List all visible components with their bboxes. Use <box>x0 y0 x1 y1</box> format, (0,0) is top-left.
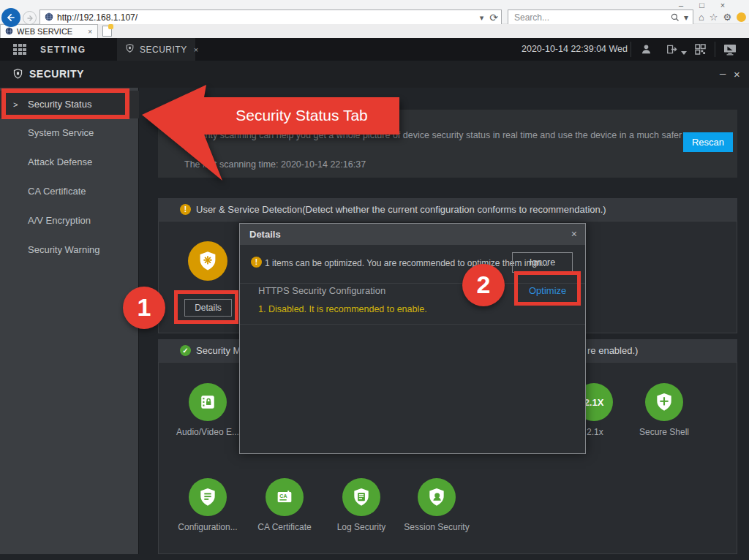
window-maximize-button[interactable]: □ <box>699 1 704 10</box>
divider <box>715 42 715 57</box>
browser-settings-gear-icon[interactable]: ⚙ <box>723 12 732 23</box>
audio-video-encryption-icon <box>189 383 227 421</box>
site-globe-icon <box>45 12 53 23</box>
datetime-display: 2020-10-14 22:39:04 Wed <box>522 44 628 54</box>
home-icon[interactable]: ⌂ <box>699 12 704 23</box>
window-controls: – □ × <box>679 1 725 10</box>
scan-description-line2: way. <box>184 143 203 153</box>
rescan-button[interactable]: Rescan <box>683 132 733 152</box>
user-service-section-header: ! User & Service Detection(Detect whethe… <box>158 198 737 221</box>
module-8021x-icon-text: 2.1X <box>584 397 604 408</box>
session-security-icon <box>418 478 456 516</box>
module-label: Log Security <box>317 522 405 532</box>
security-tab[interactable]: SECURITY × <box>117 38 195 61</box>
security-tab-close-icon[interactable]: × <box>194 45 199 54</box>
configuration-security-icon <box>189 478 227 516</box>
panel-title: SECURITY <box>29 68 84 80</box>
details-dialog: Details × ! 1 items can be optimized. Yo… <box>239 223 586 454</box>
panel-close-icon[interactable]: × <box>734 68 740 80</box>
scan-summary-section: Security scanning can help you get a who… <box>158 110 737 178</box>
svg-text:CA: CA <box>279 493 287 499</box>
user-account-icon[interactable] <box>639 43 652 56</box>
module-audio-video-encryption: Audio/Video E... <box>164 383 252 437</box>
security-tab-label: SECURITY <box>140 45 187 55</box>
browser-tab-bar: WEB SERVICE × <box>0 24 749 38</box>
search-caret-icon[interactable]: ▾ <box>684 12 688 23</box>
scan-description-line1: Security scanning can help you get a who… <box>184 130 682 140</box>
search-box[interactable]: Search... ▾ <box>508 10 693 26</box>
last-scan-time: The last scanning time: 2020-10-14 22:16… <box>184 159 366 170</box>
annotation-box-details-button <box>174 290 238 324</box>
feedback-smiley-icon[interactable] <box>737 12 746 22</box>
https-config-title: HTTPS Security Configuration <box>258 285 385 296</box>
back-arrow-icon <box>5 12 17 23</box>
main-menu-grid-icon[interactable] <box>13 44 27 55</box>
search-placeholder: Search... <box>514 12 549 23</box>
warning-icon: ! <box>251 257 262 268</box>
url-text: http://192.168.1.107/ <box>57 12 138 23</box>
refresh-icon[interactable]: ⟳ <box>489 12 498 23</box>
module-label: Session Security <box>393 522 481 532</box>
sidebar-item-ca-certificate[interactable]: CA Certificate <box>0 178 139 205</box>
sidebar-item-system-service[interactable]: System Service <box>0 119 139 147</box>
annotation-box-security-status <box>1 88 129 119</box>
divider <box>631 42 631 57</box>
window-minimize-button[interactable]: – <box>679 1 683 10</box>
browser-window: http://192.168.1.107/ ▾ ⟳ Search... ▾ – … <box>0 0 749 560</box>
modules-header-right-fragment: re enabled.) <box>587 345 638 356</box>
shield-icon <box>125 43 135 56</box>
security-sidebar: > Security Status System Service Attack … <box>0 88 139 554</box>
ignore-button[interactable]: Ignore <box>512 252 573 273</box>
module-label: Configuration... <box>164 522 252 532</box>
configuration-status-icon <box>188 241 227 281</box>
security-shield-icon <box>12 68 23 83</box>
browser-toolbar: http://192.168.1.107/ ▾ ⟳ Search... ▾ – … <box>0 0 749 24</box>
module-secure-shell: Secure Shell <box>620 383 708 437</box>
module-8021x-label: 2.1x <box>587 427 603 437</box>
search-icon[interactable] <box>671 13 680 22</box>
annotation-box-optimize-link <box>514 271 581 306</box>
app-header: SETTING SECURITY × 2020-10-14 22:39:04 W… <box>0 38 749 61</box>
module-ca-certificate: CA CA Certificate <box>241 478 328 532</box>
setting-menu-label[interactable]: SETTING <box>40 45 86 55</box>
logout-icon[interactable] <box>666 43 679 56</box>
tab-close-icon[interactable]: × <box>88 28 92 36</box>
warning-icon: ! <box>180 204 191 215</box>
sidebar-item-security-warning[interactable]: Security Warning <box>0 236 139 264</box>
module-configuration: Configuration... <box>164 478 252 532</box>
panel-minimize-icon[interactable]: – <box>720 67 726 79</box>
autocomplete-caret-icon[interactable]: ▾ <box>480 13 484 23</box>
dialog-close-icon[interactable]: × <box>571 224 577 245</box>
ca-certificate-icon: CA <box>266 478 304 516</box>
divider <box>240 324 585 325</box>
window-close-button[interactable]: × <box>720 1 725 10</box>
browser-forward-button[interactable] <box>23 11 37 25</box>
live-monitor-icon[interactable] <box>723 43 737 56</box>
modules-header-left-fragment: Security M <box>196 345 241 356</box>
security-panel-header: SECURITY – × <box>0 61 749 88</box>
module-session-security: Session Security <box>393 478 481 532</box>
new-tab-button[interactable] <box>102 26 112 37</box>
annotation-step-1-badge: 1 <box>123 287 165 329</box>
sidebar-item-attack-defense[interactable]: Attack Defense <box>0 148 139 176</box>
annotation-step-2-badge: 2 <box>462 264 505 306</box>
user-service-header-text: User & Service Detection(Detect whether … <box>196 204 606 215</box>
dialog-message: 1 items can be optimized. You are recomm… <box>265 258 549 268</box>
tab-globe-icon <box>5 27 13 37</box>
module-label: Audio/Video E... <box>164 427 252 437</box>
forward-arrow-icon <box>26 14 34 23</box>
new-tab-spark-icon <box>108 24 113 29</box>
browser-back-button[interactable] <box>1 8 20 27</box>
logout-caret-icon[interactable] <box>681 47 687 59</box>
dialog-title: Details × <box>240 224 585 245</box>
address-bar[interactable]: http://192.168.1.107/ ▾ ⟳ <box>39 10 502 26</box>
https-config-detail: 1. Disabled. It is recommended to enable… <box>258 304 427 314</box>
module-label: Secure Shell <box>620 427 708 437</box>
sidebar-item-av-encryption[interactable]: A/V Encryption <box>0 207 139 235</box>
log-security-icon <box>342 478 380 516</box>
qr-code-icon[interactable] <box>693 43 707 56</box>
module-label: CA Certificate <box>241 522 328 532</box>
tab-title: WEB SERVICE <box>17 27 72 36</box>
favorites-star-icon[interactable]: ☆ <box>710 12 718 23</box>
module-log-security: Log Security <box>317 478 405 532</box>
